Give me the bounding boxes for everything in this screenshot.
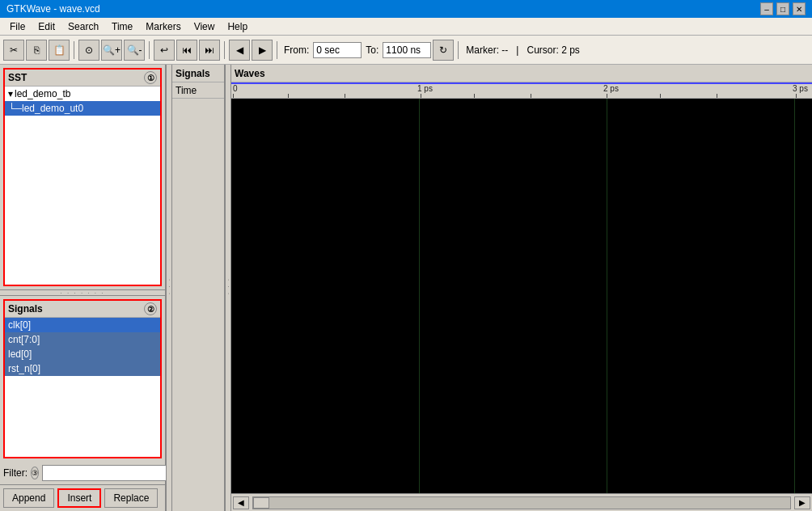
to-label: To:: [366, 44, 379, 56]
signals-badge: ②: [144, 302, 157, 315]
vertical-drag-handle[interactable]: · · ·: [166, 65, 172, 511]
minimize-button[interactable]: –: [760, 2, 773, 15]
cursor-text: Cursor: 2 ps: [527, 44, 579, 56]
wave-timeline: 0 1 ps 2 ps 3 ps: [231, 82, 812, 99]
ruler-label-2ps: 2 ps: [603, 84, 619, 93]
timeline-blue-bar: [231, 82, 812, 84]
marker-text: Marker: --: [466, 44, 508, 56]
tree-item-led-demo-tb[interactable]: ▾ led_demo_tb: [5, 87, 160, 101]
signal-item-cnt[interactable]: cnt[7:0]: [5, 332, 160, 347]
sst-header: SST ①: [5, 70, 160, 87]
zoom-fit-button[interactable]: ⊙: [78, 40, 99, 61]
insert-button[interactable]: Insert: [57, 488, 101, 508]
waves-label: Waves: [235, 68, 265, 79]
replace-button[interactable]: Replace: [104, 488, 158, 508]
grid-line-2: [607, 99, 607, 493]
sst-label: SST: [8, 72, 27, 83]
grid-line-3: [794, 99, 795, 493]
toolbar-separator-2: [149, 41, 150, 59]
scroll-right-button[interactable]: ▶: [794, 496, 810, 509]
signals-label-header: Signals: [172, 65, 224, 82]
toolbar-separator-4: [277, 41, 277, 59]
signals-values-area: [172, 99, 224, 511]
app-title: GTKWave - wave.vcd: [6, 3, 100, 15]
filter-input[interactable]: [42, 465, 170, 481]
menu-file[interactable]: File: [3, 19, 32, 34]
begin-button[interactable]: ⏮: [176, 40, 197, 61]
wave-header: Waves: [231, 65, 812, 82]
menu-time[interactable]: Time: [105, 19, 139, 34]
menu-markers[interactable]: Markers: [139, 19, 187, 34]
bottom-buttons: Append Insert Replace: [0, 484, 165, 511]
scroll-left-button[interactable]: ◀: [233, 496, 249, 509]
signals-section: Signals ② clk[0] cnt[7:0] led[0] rst_n[0…: [3, 299, 162, 458]
vertical-drag-handle-2[interactable]: · · ·: [225, 65, 231, 511]
resize-handle[interactable]: · · · · · · ·: [0, 289, 165, 296]
menu-edit[interactable]: Edit: [32, 19, 61, 34]
prev-button[interactable]: ◀: [229, 40, 250, 61]
ruler-label-3ps: 3 ps: [793, 84, 808, 93]
maximize-button[interactable]: □: [776, 2, 789, 15]
signal-item-rst[interactable]: rst_n[0]: [5, 361, 160, 376]
grid-line-1: [419, 99, 420, 493]
ruler-label-0: 0: [233, 84, 238, 93]
filter-badge: ③: [31, 467, 39, 479]
toolbar: ✂ ⎘ 📋 ⊙ 🔍+ 🔍- ↩ ⏮ ⏭ ◀ ▶ From: To: ↻ Mark…: [0, 36, 812, 65]
time-column-header: Time: [172, 82, 224, 99]
wave-panel: Waves 0 1 ps 2 ps 3 ps: [231, 65, 812, 511]
main-container: SST ① ▾ led_demo_tb └─led_demo_ut0 · · ·…: [0, 65, 812, 511]
zoom-out-button[interactable]: 🔍-: [124, 40, 145, 61]
end-button[interactable]: ⏭: [199, 40, 220, 61]
menu-bar: File Edit Search Time Markers View Help: [0, 18, 812, 36]
title-bar: GTKWave - wave.vcd – □ ✕: [0, 0, 812, 18]
menu-view[interactable]: View: [188, 19, 222, 34]
signal-item-led[interactable]: led[0]: [5, 347, 160, 361]
from-input[interactable]: [313, 42, 362, 58]
sst-section: SST ① ▾ led_demo_tb └─led_demo_ut0: [3, 68, 162, 286]
signals-label: Signals: [8, 303, 43, 315]
sst-badge: ①: [144, 71, 157, 84]
window-controls: – □ ✕: [760, 2, 806, 15]
to-input[interactable]: [383, 42, 431, 58]
toolbar-separator-5: [458, 41, 459, 59]
next-button[interactable]: ▶: [252, 40, 273, 61]
tree-item-led-demo-ut0[interactable]: └─led_demo_ut0: [5, 101, 160, 116]
left-panel: SST ① ▾ led_demo_tb └─led_demo_ut0 · · ·…: [0, 65, 166, 511]
signals-label-panel: Signals Time: [172, 65, 225, 511]
signals-panel-label: Signals: [176, 68, 210, 79]
wave-canvas: [231, 99, 812, 493]
signals-header: Signals ②: [5, 301, 160, 318]
cursor-separator: |: [516, 44, 518, 56]
expand-icon: ▾: [8, 88, 13, 99]
menu-search[interactable]: Search: [61, 19, 105, 34]
refresh-button[interactable]: ↻: [433, 40, 454, 61]
append-button[interactable]: Append: [3, 488, 54, 508]
tree-label-child: └─led_demo_ut0: [8, 103, 83, 114]
filter-row: Filter: ③: [0, 462, 165, 484]
from-label: From:: [284, 44, 309, 56]
toolbar-separator-3: [224, 41, 225, 59]
copy-button[interactable]: ⎘: [26, 40, 47, 61]
wave-scrollbar-area: ◀ ▶: [231, 493, 812, 511]
filter-label: Filter:: [3, 467, 27, 479]
signal-item-clk[interactable]: clk[0]: [5, 318, 160, 332]
zoom-in-button[interactable]: 🔍+: [101, 40, 122, 61]
cut-button[interactable]: ✂: [3, 40, 24, 61]
close-button[interactable]: ✕: [793, 2, 806, 15]
scrollbar-thumb[interactable]: [253, 497, 269, 509]
tree-label: led_demo_tb: [15, 88, 70, 99]
paste-button[interactable]: 📋: [49, 40, 70, 61]
menu-help[interactable]: Help: [221, 19, 254, 34]
wave-horizontal-scrollbar[interactable]: [252, 496, 791, 509]
toolbar-separator-1: [74, 41, 74, 59]
undo-button[interactable]: ↩: [154, 40, 175, 61]
ruler-label-1ps: 1 ps: [417, 84, 433, 93]
